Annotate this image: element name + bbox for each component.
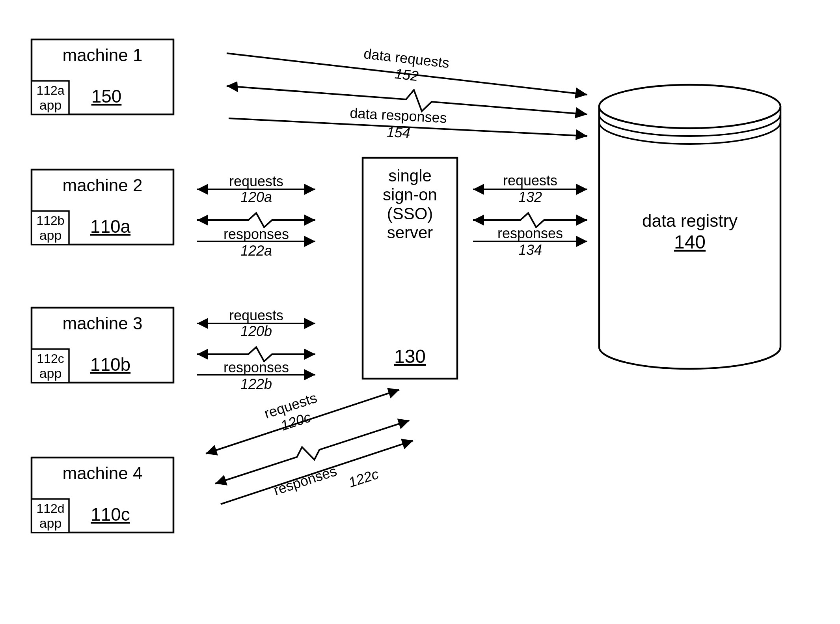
flow-m2-req-label: requests bbox=[229, 173, 283, 189]
flow-m2-req-ref: 120a bbox=[240, 189, 272, 205]
svg-marker-29 bbox=[576, 184, 587, 195]
svg-marker-19 bbox=[197, 318, 208, 329]
sso-ref: 130 bbox=[394, 346, 426, 367]
svg-marker-27 bbox=[214, 475, 227, 489]
diagram-canvas: machine 1 112a app 150 machine 2 112b ap… bbox=[0, 0, 840, 624]
svg-marker-33 bbox=[576, 236, 587, 247]
registry-ref: 140 bbox=[674, 232, 706, 252]
flow-data-responses-ref: 154 bbox=[386, 123, 411, 141]
flow-m2: requests 120a responses 122a bbox=[197, 173, 315, 259]
svg-marker-23 bbox=[304, 369, 315, 380]
machine-4-title: machine 4 bbox=[62, 463, 142, 483]
flow-m3: requests 120b responses 122b bbox=[197, 307, 315, 392]
svg-marker-18 bbox=[304, 236, 315, 247]
machine-1-title: machine 1 bbox=[62, 45, 142, 65]
flow-sr-req-ref: 132 bbox=[518, 189, 542, 205]
machine-4-app-label: app bbox=[39, 516, 62, 531]
sso-line4: server bbox=[387, 223, 433, 242]
flow-m2-resp-ref: 122a bbox=[240, 243, 272, 259]
svg-marker-25 bbox=[204, 445, 218, 459]
sso-line3: (SSO) bbox=[387, 204, 433, 223]
svg-marker-24 bbox=[387, 385, 401, 398]
svg-marker-26 bbox=[397, 415, 411, 429]
flow-m4-resp-ref: 122c bbox=[346, 466, 381, 491]
svg-marker-31 bbox=[576, 215, 587, 226]
machine-2-app-label: app bbox=[39, 228, 62, 243]
flow-data-responses-label: data responses bbox=[350, 105, 447, 126]
machine-3-app-id: 112c bbox=[37, 351, 64, 366]
svg-marker-21 bbox=[304, 349, 315, 360]
flow-sr-req-label: requests bbox=[503, 172, 557, 189]
flow-m2-resp-label: responses bbox=[224, 226, 289, 242]
machine-3: machine 3 112c app 110b bbox=[32, 308, 173, 383]
svg-marker-10 bbox=[575, 88, 587, 99]
svg-marker-20 bbox=[304, 318, 315, 329]
machine-1-ref: 150 bbox=[91, 86, 122, 106]
machine-2-app-id: 112b bbox=[36, 213, 64, 228]
machine-3-ref: 110b bbox=[90, 354, 130, 375]
svg-marker-11 bbox=[227, 81, 238, 92]
flow-m3-resp-ref: 122b bbox=[240, 376, 272, 392]
svg-marker-12 bbox=[575, 107, 587, 118]
flow-m4-resp-label: responses bbox=[272, 463, 339, 498]
sso-server: single sign-on (SSO) server 130 bbox=[363, 158, 457, 379]
machine-3-title: machine 3 bbox=[62, 314, 142, 333]
svg-marker-30 bbox=[473, 184, 484, 195]
svg-marker-17 bbox=[197, 215, 208, 226]
svg-marker-22 bbox=[197, 349, 208, 360]
machine-4: machine 4 112d app 110c bbox=[32, 458, 173, 532]
svg-marker-16 bbox=[304, 215, 315, 226]
machine-1-app-label: app bbox=[39, 97, 62, 112]
flow-data-requests-ref: 152 bbox=[394, 65, 419, 84]
svg-marker-14 bbox=[304, 184, 315, 195]
data-registry: data registry 140 bbox=[599, 85, 780, 369]
sso-line1: single bbox=[388, 166, 432, 185]
machine-1-app-id: 112a bbox=[36, 83, 64, 97]
machine-2-ref: 110a bbox=[90, 216, 131, 237]
flow-sr-resp-label: responses bbox=[497, 225, 563, 241]
flow-m4: requests 120c responses 122c bbox=[204, 385, 415, 504]
machine-2: machine 2 112b app 110a bbox=[32, 170, 173, 245]
flow-m3-req-ref: 120b bbox=[240, 323, 272, 339]
svg-marker-32 bbox=[473, 215, 484, 226]
flow-m3-resp-label: responses bbox=[224, 359, 289, 376]
flow-m3-req-label: requests bbox=[229, 307, 283, 323]
svg-marker-15 bbox=[197, 184, 208, 195]
svg-marker-28 bbox=[401, 435, 415, 449]
svg-marker-13 bbox=[576, 129, 587, 140]
machine-3-app-label: app bbox=[39, 366, 62, 381]
flow-sso-registry: requests 132 responses 134 bbox=[473, 172, 587, 258]
machine-2-title: machine 2 bbox=[62, 176, 142, 195]
machine-4-app-id: 112d bbox=[36, 501, 64, 516]
flow-sr-resp-ref: 134 bbox=[518, 242, 542, 258]
machine-1: machine 1 112a app 150 bbox=[32, 39, 173, 114]
svg-point-9 bbox=[599, 85, 780, 128]
sso-line2: sign-on bbox=[383, 185, 437, 204]
machine-4-ref: 110c bbox=[91, 504, 130, 525]
registry-label: data registry bbox=[642, 211, 738, 230]
